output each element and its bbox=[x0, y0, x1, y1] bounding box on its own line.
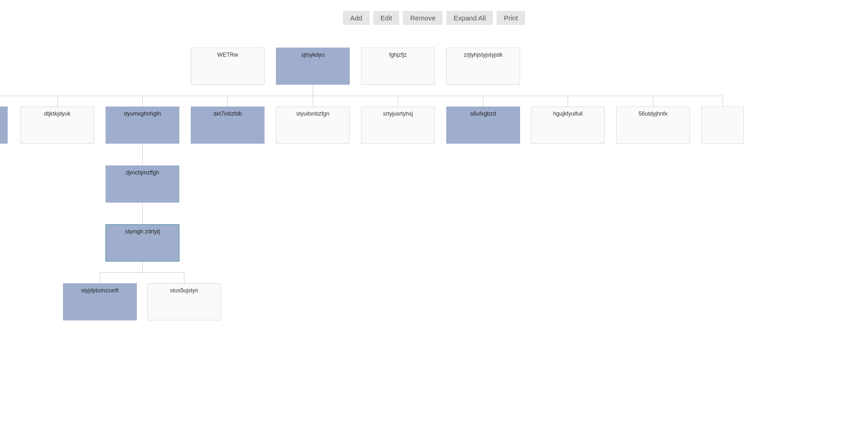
tree-node[interactable]: sjtsykdyu bbox=[276, 48, 350, 85]
tree-node[interactable]: djmchjmzffgh bbox=[106, 165, 179, 203]
connector bbox=[313, 96, 313, 107]
add-button[interactable]: Add bbox=[343, 11, 370, 25]
connector bbox=[568, 96, 568, 107]
tree-node[interactable]: dxt7ixbzfdb bbox=[191, 107, 265, 144]
tree-node[interactable]: dtjktkjdyuk bbox=[20, 107, 94, 144]
print-button[interactable]: Print bbox=[497, 11, 525, 25]
tree-node[interactable]: dyumxghnhgfn bbox=[106, 107, 179, 144]
connector bbox=[483, 96, 483, 107]
connector bbox=[0, 96, 723, 96]
tree-node[interactable]: WETRw bbox=[191, 48, 265, 85]
tree-node[interactable]: stymgh zdrtytj bbox=[106, 224, 179, 262]
connector bbox=[184, 272, 184, 283]
tree-node[interactable]: stus5ujstyn bbox=[147, 283, 221, 320]
edit-button[interactable]: Edit bbox=[373, 11, 400, 25]
remove-button[interactable]: Remove bbox=[403, 11, 443, 25]
tree-node[interactable]: styuitxnbzfgn bbox=[276, 107, 350, 144]
tree-node[interactable]: srtyjusrtyhsj bbox=[361, 107, 435, 144]
expand-all-button[interactable]: Expand All bbox=[446, 11, 493, 25]
connector bbox=[100, 272, 100, 283]
toolbar: Add Edit Remove Expand All Print bbox=[0, 0, 868, 25]
tree-node[interactable]: zrjtyhjstyjstyjstk bbox=[446, 48, 520, 85]
connector bbox=[142, 262, 143, 272]
tree-node[interactable]: hgujkfyulfuil bbox=[531, 107, 605, 144]
connector bbox=[653, 96, 653, 107]
tree-node[interactable]: fghjzfjz bbox=[361, 48, 435, 85]
connector bbox=[142, 96, 143, 107]
tree-node[interactable]: styjdytumzsxrft bbox=[63, 283, 137, 320]
tree-node[interactable] bbox=[0, 107, 8, 144]
connector bbox=[398, 96, 398, 107]
tree-node[interactable] bbox=[701, 107, 744, 144]
connector bbox=[313, 85, 313, 96]
connector bbox=[100, 272, 184, 273]
connector bbox=[723, 96, 723, 107]
connector bbox=[227, 96, 228, 107]
tree-node[interactable]: s6ufxgbzd bbox=[446, 107, 520, 144]
org-chart-canvas[interactable]: WETRw sjtsykdyu fghjzfjz zrjtyhjstyjstyj… bbox=[0, 25, 868, 431]
connector bbox=[142, 144, 143, 165]
connector bbox=[58, 96, 58, 107]
tree-node[interactable]: 56utdyjhnfx bbox=[616, 107, 690, 144]
connector bbox=[142, 203, 143, 224]
